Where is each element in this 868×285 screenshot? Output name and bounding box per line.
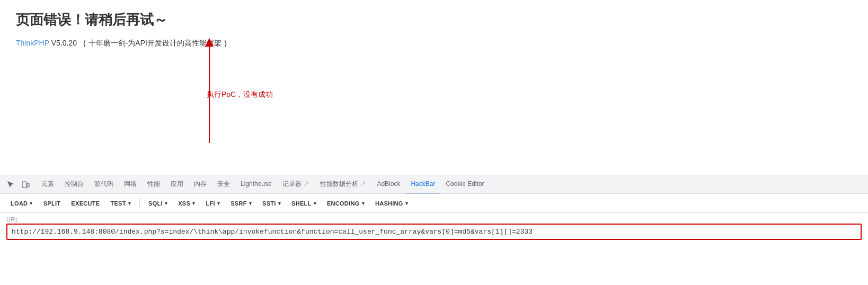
hackbar-encoding-btn[interactable]: ENCODING ▾: [323, 198, 369, 209]
thinkphp-info: ThinkPHP V5.0.20 ｛ 十年磨一剑-为API开发设计的高性能框架 …: [16, 39, 852, 48]
tab-network[interactable]: 网络: [119, 175, 142, 194]
test-chevron: ▾: [128, 201, 131, 206]
hackbar-hashing-btn[interactable]: HASHING ▾: [371, 198, 412, 209]
devtools-icons: [4, 178, 32, 191]
xss-chevron: ▾: [192, 201, 195, 206]
tab-application[interactable]: 应用: [165, 175, 189, 194]
hackbar-sqli-btn[interactable]: SQLI ▾: [144, 198, 172, 209]
tab-perf-insights[interactable]: 性能数据分析 ↗: [315, 175, 371, 194]
tab-recorder[interactable]: 记录器 ↗: [277, 175, 315, 194]
load-chevron: ▾: [30, 201, 32, 206]
cursor-icon[interactable]: [4, 178, 17, 191]
hashing-chevron: ▾: [405, 201, 408, 206]
tab-lighthouse[interactable]: Lighthouse: [235, 175, 277, 194]
tab-adblock[interactable]: AdBlock: [371, 175, 405, 194]
url-input[interactable]: [7, 225, 861, 239]
separator-1: [139, 198, 140, 209]
hackbar-load-btn[interactable]: LOAD ▾: [6, 198, 37, 209]
ssrf-chevron: ▾: [249, 201, 252, 206]
tab-performance[interactable]: 性能: [142, 175, 165, 194]
hackbar-toolbar: LOAD ▾ SPLIT EXECUTE TEST ▾ SQLI ▾ XSS ▾…: [0, 194, 868, 213]
ssti-chevron: ▾: [278, 201, 281, 206]
thinkphp-link[interactable]: ThinkPHP: [16, 39, 49, 47]
hackbar-xss-btn[interactable]: XSS ▾: [174, 198, 199, 209]
tab-security[interactable]: 安全: [212, 175, 235, 194]
page-title: 页面错误！请稍后再试～: [16, 11, 852, 29]
hackbar-ssrf-btn[interactable]: SSRF ▾: [226, 198, 256, 209]
device-icon[interactable]: [19, 178, 32, 191]
url-section: URL: [0, 213, 868, 243]
tab-cookie-editor[interactable]: Cookie Editor: [440, 175, 489, 194]
tab-sources[interactable]: 源代码: [89, 175, 119, 194]
encoding-chevron: ▾: [362, 201, 365, 206]
arrow-annotation: [159, 26, 265, 175]
tab-hackbar[interactable]: HackBar: [405, 175, 440, 194]
devtools-toolbar: 元素 控制台 源代码 网络 性能 应用 内存 安全 Lighthouse 记录器…: [0, 175, 868, 194]
svg-rect-3: [27, 183, 29, 187]
tab-console[interactable]: 控制台: [59, 175, 89, 194]
annotation-text: 执行PoC，没有成功: [207, 90, 273, 100]
sqli-chevron: ▾: [165, 201, 167, 206]
shell-chevron: ▾: [314, 201, 316, 206]
lfi-chevron: ▾: [217, 201, 220, 206]
url-label: URL: [6, 216, 862, 222]
tab-elements[interactable]: 元素: [36, 175, 59, 194]
hackbar-execute-btn[interactable]: EXECUTE: [67, 198, 104, 209]
hackbar-lfi-btn[interactable]: LFI ▾: [201, 198, 224, 209]
hackbar-shell-btn[interactable]: SHELL ▾: [287, 198, 321, 209]
hackbar-ssti-btn[interactable]: SSTI ▾: [258, 198, 285, 209]
svg-rect-2: [22, 182, 26, 188]
tab-memory[interactable]: 内存: [189, 175, 212, 194]
thinkphp-version: V5.0.20 ｛ 十年磨一剑-为API开发设计的高性能框架 ｝: [49, 39, 231, 47]
url-input-wrapper: [6, 224, 862, 240]
hackbar-test-btn[interactable]: TEST ▾: [106, 198, 135, 209]
browser-content: 页面错误！请稍后再试～ ThinkPHP V5.0.20 ｛ 十年磨一剑-为AP…: [0, 0, 868, 175]
hackbar-split-btn[interactable]: SPLIT: [39, 198, 65, 209]
